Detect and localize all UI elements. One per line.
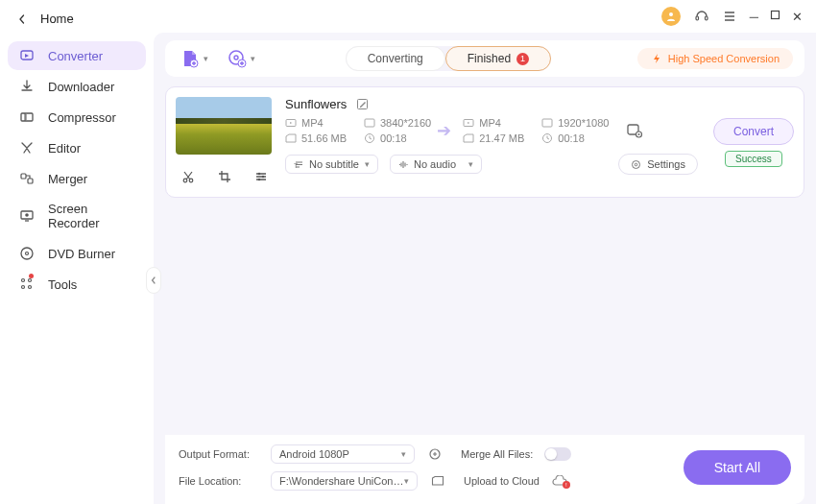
topbar: ─ ✕ — [154, 0, 816, 33]
svg-rect-15 — [772, 11, 780, 18]
menu-icon[interactable] — [723, 10, 736, 23]
chevron-down-icon: ▾ — [468, 159, 473, 169]
user-avatar-icon[interactable] — [661, 7, 681, 26]
tab-finished[interactable]: Finished 1 — [445, 46, 551, 71]
merge-toggle[interactable] — [544, 447, 571, 461]
gear-icon — [631, 159, 641, 170]
sidebar-item-label: Tools — [48, 277, 77, 292]
sidebar-item-screen-recorder[interactable]: Screen Recorder — [8, 195, 146, 237]
svg-point-5 — [25, 213, 29, 217]
effect-icon[interactable] — [249, 166, 274, 187]
support-icon[interactable] — [694, 9, 709, 24]
cut-icon[interactable] — [176, 166, 201, 187]
converter-icon — [19, 48, 35, 63]
dvd-icon — [19, 246, 35, 261]
item-settings-button[interactable]: Settings — [618, 154, 698, 175]
sidebar-item-dvd-burner[interactable]: DVD Burner — [8, 239, 146, 268]
svg-point-9 — [29, 279, 32, 282]
compressor-icon — [19, 109, 35, 125]
upload-cloud-label: Upload to Cloud — [464, 475, 540, 487]
chevron-down-icon: ▾ — [404, 476, 409, 486]
sidebar-item-converter[interactable]: Converter — [8, 41, 146, 70]
status-badge: Success — [725, 151, 782, 167]
dst-duration: 00:18 — [541, 132, 603, 144]
merger-icon — [19, 171, 35, 186]
svg-point-10 — [22, 286, 25, 289]
crop-icon[interactable] — [212, 166, 237, 187]
audio-select[interactable]: No audio ▾ — [390, 155, 482, 174]
svg-point-6 — [21, 248, 33, 259]
output-format-select[interactable]: Android 1080P▾ — [271, 444, 415, 464]
item-title: Sunflowers — [285, 97, 347, 111]
sidebar-item-compressor[interactable]: Compressor — [8, 103, 146, 132]
cloud-icon[interactable]: ! — [551, 475, 568, 487]
high-speed-conversion-button[interactable]: High Speed Conversion — [637, 48, 793, 69]
audio-icon — [398, 159, 409, 170]
bolt-icon — [651, 53, 662, 64]
svg-point-8 — [22, 279, 25, 282]
add-file-button[interactable]: ▾ — [177, 47, 212, 70]
sidebar-item-label: Merger — [48, 172, 87, 186]
minimize-icon[interactable]: ─ — [750, 10, 758, 24]
add-dvd-button[interactable]: ▾ — [224, 47, 259, 70]
sidebar-item-editor[interactable]: Editor — [8, 133, 146, 162]
tab-converting[interactable]: Converting — [346, 46, 445, 71]
collapse-handle-icon[interactable] — [146, 267, 161, 294]
video-thumbnail[interactable] — [176, 97, 272, 155]
start-all-button[interactable]: Start All — [684, 450, 791, 485]
open-folder-icon[interactable] — [429, 474, 446, 488]
output-settings-icon[interactable] — [426, 447, 444, 461]
file-location-select[interactable]: F:\Wondershare UniConverter 1▾ — [271, 471, 418, 491]
status-tabs: Converting Finished 1 — [346, 46, 551, 71]
svg-point-24 — [258, 179, 260, 180]
svg-point-12 — [669, 12, 673, 16]
size-icon — [285, 132, 297, 144]
svg-point-18 — [234, 56, 238, 60]
svg-point-37 — [635, 163, 637, 166]
downloader-icon — [19, 79, 35, 94]
conversion-item: Sunflowers MP4 3840*2160 51.66 MB 00:18 … — [165, 86, 804, 198]
sidebar-item-downloader[interactable]: Downloader — [8, 72, 146, 101]
svg-point-7 — [26, 252, 29, 255]
back-icon[interactable] — [17, 14, 27, 24]
chevron-down-icon: ▾ — [251, 54, 255, 63]
svg-rect-30 — [542, 119, 552, 127]
svg-point-22 — [258, 173, 260, 175]
svg-text:T: T — [294, 162, 299, 169]
dst-resolution: 1920*1080 — [541, 117, 609, 129]
svg-point-36 — [633, 160, 640, 168]
sidebar-item-label: Converter — [48, 49, 103, 63]
screen-recorder-icon — [19, 208, 35, 224]
svg-point-23 — [262, 176, 264, 178]
edit-title-icon[interactable] — [356, 98, 369, 110]
src-resolution: 3840*2160 — [364, 117, 431, 129]
src-size: 51.66 MB — [285, 132, 347, 144]
format-icon — [463, 117, 474, 129]
chevron-down-icon: ▾ — [401, 449, 406, 459]
sidebar-item-tools[interactable]: Tools — [8, 270, 146, 299]
convert-button[interactable]: Convert — [713, 118, 794, 145]
chevron-down-icon: ▾ — [204, 54, 208, 63]
dst-size: 21.47 MB — [463, 132, 524, 144]
subtitle-icon: T — [294, 159, 304, 170]
svg-rect-3 — [28, 179, 33, 183]
home-label[interactable]: Home — [40, 12, 74, 26]
maximize-icon[interactable] — [770, 10, 780, 24]
sidebar: Home Converter Downloader Compressor Edi… — [0, 0, 154, 504]
dst-format: MP4 — [463, 117, 524, 129]
sidebar-item-merger[interactable]: Merger — [8, 164, 146, 193]
sidebar-item-label: Compressor — [48, 110, 116, 125]
svg-point-11 — [29, 286, 32, 289]
editor-icon — [19, 140, 35, 156]
close-icon[interactable]: ✕ — [792, 10, 803, 24]
subtitle-select[interactable]: TNo subtitle ▾ — [285, 155, 378, 174]
sidebar-item-label: Downloader — [48, 80, 114, 94]
file-location-label: File Location: — [179, 475, 259, 487]
resolution-icon — [364, 117, 375, 129]
src-duration: 00:18 — [364, 132, 425, 144]
main-area: ▾ ▾ Converting Finished 1 High Speed Con… — [154, 33, 816, 504]
finished-count-badge: 1 — [516, 53, 529, 65]
output-settings-icon[interactable] — [626, 122, 643, 139]
output-format-label: Output Format: — [179, 448, 259, 460]
footer: Output Format: Android 1080P▾ Merge All … — [165, 435, 804, 504]
